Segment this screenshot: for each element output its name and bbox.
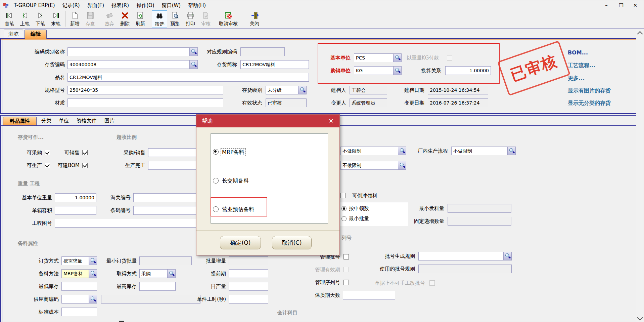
close-window-button[interactable]: ✕: [630, 2, 640, 9]
cancel-audit-button[interactable]: 取消审核: [214, 10, 243, 28]
link-show-with-image[interactable]: 显示有图片的存货: [568, 87, 611, 94]
delete-button[interactable]: 删除: [117, 10, 133, 28]
status-field: 已审核: [266, 98, 307, 107]
item-name-field[interactable]: CR12MOV精料: [67, 73, 309, 82]
can-make-checkbox[interactable]: [45, 163, 50, 168]
subtab-image[interactable]: 图片: [102, 117, 117, 125]
long-lead-prep-radio[interactable]: [213, 178, 219, 184]
min-stock-field[interactable]: [61, 282, 97, 291]
manage-serial-checkbox[interactable]: [343, 280, 349, 285]
long-lead-prep-label[interactable]: 长交期备料: [222, 177, 249, 185]
lookup-icon[interactable]: [507, 147, 516, 155]
prev-record-button[interactable]: 上笔: [17, 10, 33, 28]
lookup-icon[interactable]: [89, 256, 97, 265]
lookup-icon[interactable]: [89, 269, 97, 278]
backflush-checkbox[interactable]: [340, 193, 346, 198]
preview-button[interactable]: 预览: [167, 10, 183, 28]
menu-app[interactable]: T-GROUP ERP(E): [14, 2, 55, 8]
toolbar-separator: [65, 11, 65, 27]
print-button[interactable]: 打印: [183, 10, 198, 28]
lookup-icon[interactable]: [503, 252, 512, 260]
restriction-dropdown-1[interactable]: 不做限制: [340, 147, 406, 155]
vertical-scrollbar[interactable]: [636, 29, 644, 322]
menu-operation[interactable]: 操作(O): [136, 2, 154, 9]
daily-output-field[interactable]: [229, 282, 268, 291]
last-record-button[interactable]: 末笔: [48, 10, 63, 28]
lookup-icon[interactable]: [298, 86, 307, 94]
material-label: 材质: [41, 98, 65, 107]
item-short-field[interactable]: CR12MOV精料: [240, 60, 309, 69]
restore-button[interactable]: ❐: [616, 2, 626, 9]
menu-window[interactable]: 窗口(W): [162, 2, 181, 9]
mrp-prep-label[interactable]: MRP备料: [221, 148, 246, 156]
manage-batch-checkbox[interactable]: [343, 254, 349, 259]
item-code-field[interactable]: 400400008: [67, 60, 198, 69]
subtab-category[interactable]: 分类: [39, 117, 54, 125]
lookup-icon[interactable]: [189, 60, 198, 69]
created-date-field: 2015-10-24 16:34:54: [428, 86, 488, 94]
manage-serial-label: 管理序列号: [310, 278, 340, 287]
supplier-code-field[interactable]: [61, 295, 97, 304]
material-field[interactable]: [67, 98, 223, 107]
max-stock-field[interactable]: [139, 282, 176, 291]
lookup-icon[interactable]: [398, 147, 406, 155]
menu-report[interactable]: 报表(R): [111, 2, 129, 9]
link-show-unclassified[interactable]: 显示无分类的存货: [568, 100, 611, 107]
shelf-life-field[interactable]: [343, 291, 395, 299]
subtab-unit[interactable]: 单位: [56, 117, 72, 125]
issue-min-batch-radio[interactable]: [341, 216, 347, 221]
shelf-life-label: 保质期天数: [310, 291, 340, 299]
cancel-button[interactable]: 取消(C): [272, 236, 312, 249]
link-process-flow[interactable]: 工艺流程...: [568, 62, 595, 69]
lead-time-field[interactable]: [229, 269, 268, 278]
prep-method-field[interactable]: MRP备料: [61, 269, 97, 278]
unit-hours-field[interactable]: [229, 295, 268, 304]
nav-first-icon: [5, 11, 14, 21]
batch-rule-field[interactable]: [418, 252, 512, 260]
dialog-close-icon[interactable]: ✕: [326, 115, 336, 127]
acquire-mode-field[interactable]: 采购: [139, 269, 176, 278]
menu-interface[interactable]: 界面(F): [87, 2, 104, 9]
factory-flow-dropdown[interactable]: 不做限制: [451, 147, 516, 155]
box-volume-field[interactable]: [55, 206, 96, 215]
lookup-icon[interactable]: [89, 295, 97, 304]
std-cost-field[interactable]: [61, 308, 97, 316]
acquire-mode-label: 取得方式: [112, 269, 137, 278]
scroll-down-icon[interactable]: [637, 315, 643, 321]
mrp-prep-radio[interactable]: [213, 149, 219, 155]
tab-edit[interactable]: 编辑: [25, 30, 47, 39]
spec-field[interactable]: 250*240*35: [67, 86, 223, 94]
menu-help[interactable]: 帮助(H): [188, 2, 206, 9]
refresh-icon: [136, 11, 145, 21]
filter-button[interactable]: 筛选: [152, 10, 167, 28]
fixed-increment-label: 固定递增数量: [407, 217, 444, 226]
first-record-button[interactable]: 首笔: [2, 10, 17, 28]
link-bom[interactable]: BOM...: [568, 49, 588, 56]
scroll-up-icon[interactable]: [637, 31, 643, 37]
lookup-icon[interactable]: [167, 269, 176, 278]
link-more[interactable]: 更多...: [568, 75, 585, 82]
level-field[interactable]: 未分级: [266, 86, 307, 94]
refresh-button[interactable]: 刷新: [133, 10, 148, 28]
order-mode-field[interactable]: 按需求量: [61, 256, 97, 265]
subtab-item-attrs[interactable]: 料品属性: [3, 117, 37, 125]
next-record-button[interactable]: 下笔: [33, 10, 48, 28]
can-bom-label: 可建BOM: [54, 161, 80, 170]
can-bom-checkbox[interactable]: [82, 163, 88, 168]
code-category-field[interactable]: [67, 47, 198, 56]
menu-record[interactable]: 记录(R): [62, 2, 80, 9]
subtab-qualification[interactable]: 资格文件: [74, 117, 100, 125]
ok-button[interactable]: 确定(Q): [220, 236, 261, 249]
issue-by-request-radio[interactable]: [341, 206, 347, 211]
can-buy-checkbox[interactable]: [45, 150, 50, 155]
manage-expiry-label: 管理有效期: [310, 265, 340, 274]
restriction-dropdown-2[interactable]: 不做限制: [340, 161, 406, 170]
minimize-button[interactable]: –: [601, 2, 611, 9]
base-weight-field[interactable]: 1.00000: [55, 193, 96, 202]
lookup-icon[interactable]: [398, 161, 406, 170]
max-stock-label: 最高库存: [112, 282, 137, 291]
can-sell-checkbox[interactable]: [82, 150, 88, 155]
tab-browse[interactable]: 浏览: [4, 30, 23, 39]
close-form-button[interactable]: 关闭: [247, 10, 262, 28]
new-button[interactable]: 新增: [67, 10, 83, 28]
